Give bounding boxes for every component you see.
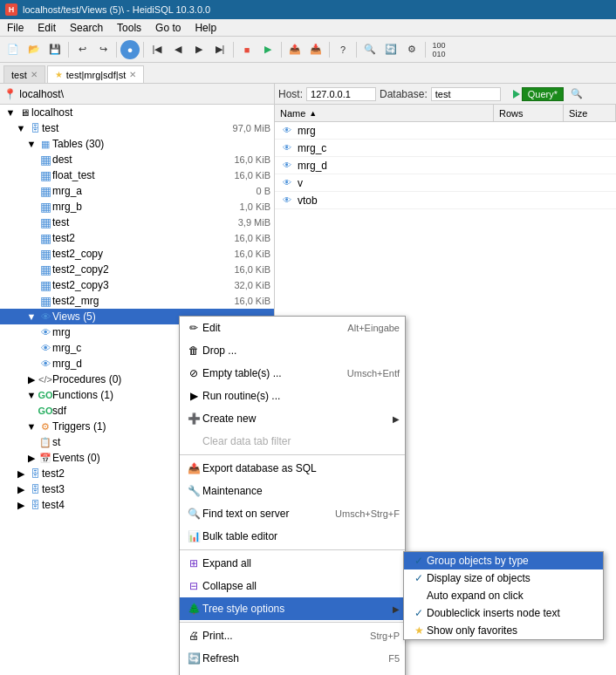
toolbar-help[interactable]: ? <box>333 40 352 59</box>
tree-path: 📍 localhost\ <box>3 88 270 100</box>
menu-search[interactable]: Search <box>63 20 110 36</box>
ctx-find-label: Find text on server <box>202 508 326 520</box>
ctx-bulk-editor[interactable]: 📊 Bulk table editor <box>180 525 405 548</box>
row-vtob[interactable]: 👁 vtob <box>275 192 616 209</box>
ctx-run-routine[interactable]: ▶ Run routine(s) ... <box>180 385 405 407</box>
toolbar-stop[interactable]: ■ <box>237 40 257 59</box>
toolbar-undo[interactable]: ↩ <box>72 40 92 59</box>
tree-table-test2copy3[interactable]: ▦ test2_copy3 32,0 KiB <box>0 277 274 293</box>
row-mrgd[interactable]: 👁 mrg_d <box>275 157 616 174</box>
sub-dblclick[interactable]: ✓ Doubleclick inserts node text <box>404 604 603 622</box>
row-vtob-icon: 👁 <box>280 194 294 208</box>
ctx-create-new[interactable]: ➕ Create new ▶ <box>180 407 405 430</box>
toolbar-binary[interactable]: 100010 <box>429 40 448 59</box>
ctx-expand-all[interactable]: ⊞ Expand all <box>180 552 405 575</box>
toolbar-next[interactable]: ▶ <box>189 40 209 59</box>
tree-localhost[interactable]: ▼ 🖥 localhost <box>0 105 274 120</box>
ctx-empty-shortcut: Umsch+Entf <box>347 368 400 378</box>
row-mrgc[interactable]: 👁 mrg_c <box>275 140 616 157</box>
row-v-name: v <box>298 177 611 189</box>
ctx-drop[interactable]: 🗑 Drop ... <box>180 339 405 362</box>
sub-group-by-type[interactable]: ✓ Group objects by type <box>404 552 603 569</box>
toolbar-first[interactable]: |◀ <box>147 40 167 59</box>
toolbar-run[interactable]: ▶ <box>258 40 277 59</box>
ctx-maintenance[interactable]: 🔧 Maintenance <box>180 480 405 502</box>
query-button[interactable]: Query* <box>522 87 564 101</box>
tab-test[interactable]: test ✕ <box>3 65 45 83</box>
toolbar-settings[interactable]: ⚙ <box>402 40 421 59</box>
sub-display-size[interactable]: ✓ Display size of objects <box>404 569 603 587</box>
tree-table-mrga[interactable]: ▦ mrg_a 0 B <box>0 183 274 199</box>
sub-favorites-label: Show only favorites <box>427 624 596 637</box>
toolbar-prev[interactable]: ◀ <box>168 40 188 59</box>
address-bar: Host: 127.0.0.1 Database: test Query* 🔍 <box>275 84 616 105</box>
triggers-folder-icon: ⚙ <box>38 419 52 433</box>
toolbar-open[interactable]: 📂 <box>24 40 44 59</box>
ctx-print[interactable]: 🖨 Print... Strg+P <box>180 624 405 647</box>
sub-group-check-icon: ✓ <box>411 555 427 567</box>
tree-table-test2mrg[interactable]: ▦ test2_mrg 16,0 KiB <box>0 293 274 309</box>
tab-main[interactable]: ★ test|mrg|sdf|st ✕ <box>47 65 144 83</box>
ctx-edit[interactable]: ✏ Edit Alt+Eingabe <box>180 317 405 339</box>
db-test3-icon: 🗄 <box>28 482 42 496</box>
menu-tools[interactable]: Tools <box>110 20 148 36</box>
toolbar-import[interactable]: 📥 <box>306 40 325 59</box>
toolbar-save[interactable]: 💾 <box>45 40 65 59</box>
ctx-print-shortcut: Strg+P <box>370 631 400 641</box>
tree-table-test2copy[interactable]: ▦ test2_copy 16,0 KiB <box>0 246 274 262</box>
tab-test-close[interactable]: ✕ <box>31 70 38 79</box>
tree-table-test2copy2[interactable]: ▦ test2_copy2 16,0 KiB <box>0 262 274 277</box>
ctx-sep1 <box>180 454 405 455</box>
menu-edit[interactable]: Edit <box>31 20 63 36</box>
toolbar-connect[interactable]: ● <box>120 40 140 59</box>
row-vtob-name: vtob <box>298 194 611 207</box>
toolbar-search[interactable]: 🔍 <box>360 40 380 59</box>
toolbar-export[interactable]: 📤 <box>285 40 305 59</box>
sep5 <box>281 42 282 58</box>
ctx-clear-label: Clear data tab filter <box>202 435 400 447</box>
menu-file[interactable]: File <box>0 20 31 36</box>
tree-tables-folder[interactable]: ▼ ▦ Tables (30) <box>0 136 274 152</box>
ctx-edit-shortcut: Alt+Eingabe <box>347 323 400 333</box>
tree-table-test[interactable]: ▦ test 3,9 MiB <box>0 215 274 230</box>
table-test-icon: ▦ <box>38 215 52 229</box>
row-v[interactable]: 👁 v <box>275 174 616 192</box>
tree-table-dest[interactable]: ▦ dest 16,0 KiB <box>0 152 274 167</box>
row-mrg[interactable]: 👁 mrg <box>275 122 616 140</box>
tab-main-close[interactable]: ✕ <box>129 70 136 79</box>
table-mrga-label: mrg_a <box>52 185 256 197</box>
sub-favorites[interactable]: ★ Show only favorites <box>404 622 603 639</box>
row-mrgc-icon: 👁 <box>280 141 294 155</box>
tab-star-icon: ★ <box>55 70 63 79</box>
tree-table-float[interactable]: ▦ float_test 16,0 KiB <box>0 167 274 183</box>
menu-goto[interactable]: Go to <box>148 20 188 36</box>
ctx-export-sql[interactable]: 📤 Export database as SQL <box>180 457 405 480</box>
expand-functions-icon: ▼ <box>24 388 38 402</box>
ctx-find-text[interactable]: 🔍 Find text on server Umsch+Strg+F <box>180 502 405 525</box>
toolbar-refresh[interactable]: 🔄 <box>381 40 400 59</box>
ctx-empty[interactable]: ⊘ Empty table(s) ... Umsch+Entf <box>180 362 405 385</box>
ctx-tree-arrow-icon: ▶ <box>393 604 400 614</box>
view-mrg-icon: 👁 <box>38 325 52 339</box>
ctx-disconnect[interactable]: 🔌 Disconnect <box>180 670 405 675</box>
ctx-tree-options[interactable]: 🌲 Tree style options ▶ <box>180 597 405 620</box>
tree-db-test[interactable]: ▼ 🗄 test 97,0 MiB <box>0 120 274 136</box>
ctx-refresh[interactable]: 🔄 Refresh F5 <box>180 647 405 670</box>
toolbar-last[interactable]: ▶| <box>210 40 229 59</box>
db-test2-icon: 🗄 <box>28 467 42 481</box>
expand-tables-icon: ▼ <box>24 137 38 151</box>
tree-table-mrgb[interactable]: ▦ mrg_b 1,0 KiB <box>0 199 274 215</box>
view-mrgd-icon: 👁 <box>38 357 52 371</box>
sub-dblclick-check-icon: ✓ <box>411 607 427 619</box>
expand-test2-icon: ▶ <box>14 467 28 481</box>
table-float-label: float_test <box>52 169 234 181</box>
menu-help[interactable]: Help <box>188 20 223 36</box>
toolbar-redo[interactable]: ↪ <box>93 40 113 59</box>
sub-auto-expand[interactable]: Auto expand on click <box>404 587 603 604</box>
ctx-run-icon: ▶ <box>185 387 202 405</box>
toolbar-new[interactable]: 📄 <box>3 40 23 59</box>
tree-table-test2[interactable]: ▦ test2 16,0 KiB <box>0 230 274 246</box>
ctx-edit-label: Edit <box>202 322 339 334</box>
ctx-collapse-all[interactable]: ⊟ Collapse all <box>180 575 405 597</box>
trigger-st-icon: 📋 <box>38 435 52 449</box>
